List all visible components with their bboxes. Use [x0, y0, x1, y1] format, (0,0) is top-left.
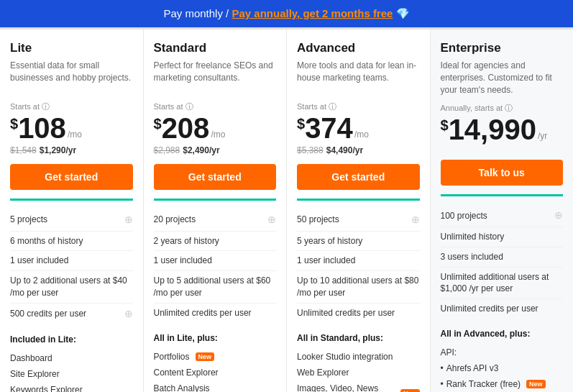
- feature-item: Unlimited credits per user: [297, 304, 420, 323]
- plan-lite-amount: 108: [18, 114, 66, 142]
- plan-standard-amount: 208: [162, 114, 210, 142]
- feature-item: 500 credits per user⊕: [10, 304, 133, 325]
- plan-enterprise-section-title: All in Advanced, plus:: [441, 329, 564, 339]
- plan-enterprise: EnterpriseIdeal for agencies and enterpr…: [431, 29, 574, 392]
- plan-standard-desc: Perfect for freelance SEOs and marketing…: [154, 60, 277, 94]
- plan-lite-annual: $1,548$1,290/yr: [10, 145, 133, 155]
- plan-enterprise-currency: $: [441, 118, 449, 132]
- included-item: Dashboard: [10, 350, 133, 366]
- feature-item: 5 years of history: [297, 232, 420, 252]
- plan-advanced-annual: $5,388$4,490/yr: [297, 145, 420, 155]
- included-item: Batch Analysis: [154, 380, 277, 392]
- included-item: Images, Video, News search volumeNew: [297, 380, 420, 392]
- plan-standard-starts-at: Starts at ⓘ: [154, 101, 277, 112]
- plan-standard-price-row: $208/mo: [154, 114, 277, 142]
- plan-advanced-features: 50 projects⊕5 years of history1 user inc…: [297, 209, 420, 323]
- included-item: Content Explorer: [154, 365, 277, 380]
- plan-advanced-price-row: $374/mo: [297, 114, 420, 142]
- plan-advanced-included: Looker Studio integrationWeb ExplorerIma…: [297, 349, 420, 392]
- plan-advanced-desc: More tools and data for lean in-house ma…: [297, 60, 420, 94]
- included-item: Rank Tracker (free)New: [441, 376, 564, 392]
- feature-item: Up to 10 additional users at $80 /mo per…: [297, 271, 420, 304]
- plan-standard-period: /mo: [211, 129, 225, 140]
- new-badge: New: [526, 380, 546, 388]
- plan-enterprise-included: API:Ahrefs API v3Rank Tracker (free)NewW…: [441, 345, 564, 392]
- plan-lite-section-title: Included in Lite:: [10, 334, 133, 345]
- plans-container: LiteEssential data for small businesses …: [0, 27, 573, 392]
- feature-item: 1 user included: [154, 251, 277, 271]
- feature-item: 6 months of history: [10, 232, 133, 252]
- plan-enterprise-starts-at: Annually, starts at ⓘ: [441, 103, 564, 114]
- plan-enterprise-amount: 14,990: [449, 115, 536, 144]
- feature-item: Unlimited credits per user: [441, 299, 564, 319]
- info-icon[interactable]: ⊕: [267, 213, 276, 227]
- included-item: Web Explorer: [297, 365, 420, 380]
- plan-advanced-amount: 374: [305, 114, 353, 142]
- plan-lite-desc: Essential data for small businesses and …: [10, 60, 133, 94]
- plan-lite-price-row: $108/mo: [10, 114, 133, 142]
- info-icon[interactable]: ⊕: [124, 213, 133, 227]
- plan-standard-cta-button[interactable]: Get started: [154, 164, 277, 190]
- plan-lite-starts-at: Starts at ⓘ: [10, 101, 133, 112]
- banner-text-before: Pay monthly /: [163, 7, 232, 19]
- feature-item: 2 years of history: [154, 232, 277, 252]
- included-item: Site Explorer: [10, 366, 133, 382]
- plan-lite-currency: $: [10, 117, 18, 131]
- feature-item: 1 user included: [297, 251, 420, 271]
- plan-lite-name: Lite: [10, 41, 133, 55]
- plan-advanced-starts-at: Starts at ⓘ: [297, 101, 420, 112]
- included-item: PortfoliosNew: [154, 349, 277, 365]
- banner-link[interactable]: Pay annually, get 2 months free: [232, 7, 393, 19]
- top-banner: Pay monthly / Pay annually, get 2 months…: [0, 0, 573, 27]
- plan-standard-name: Standard: [154, 41, 277, 55]
- plan-advanced-divider: [297, 199, 420, 201]
- plan-standard-included: PortfoliosNewContent ExplorerBatch Analy…: [154, 349, 277, 392]
- feature-item: 20 projects⊕: [154, 209, 277, 232]
- plan-standard-features: 20 projects⊕2 years of history1 user inc…: [154, 209, 277, 323]
- plan-enterprise-price-row: $14,990/yr: [441, 115, 564, 144]
- plan-standard-divider: [154, 199, 277, 201]
- info-icon[interactable]: ⊕: [124, 307, 133, 322]
- plan-enterprise-desc: Ideal for agencies and enterprises. Cust…: [441, 60, 564, 96]
- included-item: Ahrefs API v3: [441, 360, 564, 376]
- plan-lite-included: DashboardSite ExplorerKeywords ExplorerS…: [10, 350, 133, 392]
- plan-advanced-section-title: All in Standard, plus:: [297, 333, 420, 343]
- new-badge: New: [196, 352, 215, 361]
- feature-item: Up to 2 additional users at $40 /mo per …: [10, 271, 133, 304]
- plan-enterprise-divider: [441, 194, 564, 196]
- feature-item: Unlimited credits per user: [154, 304, 277, 323]
- feature-item: 50 projects⊕: [297, 209, 420, 232]
- plan-enterprise-period: /yr: [538, 131, 547, 141]
- feature-item: 1 user included: [10, 251, 133, 271]
- feature-item: 5 projects⊕: [10, 209, 133, 232]
- plan-lite: LiteEssential data for small businesses …: [0, 29, 144, 392]
- plan-enterprise-name: Enterprise: [441, 41, 564, 55]
- plan-enterprise-cta-button[interactable]: Talk to us: [441, 160, 564, 186]
- plan-standard-annual: $2,988$2,490/yr: [154, 145, 277, 155]
- plan-advanced-currency: $: [297, 117, 305, 131]
- included-item: Looker Studio integration: [297, 349, 420, 365]
- info-icon[interactable]: ⊕: [411, 213, 420, 227]
- new-badge: New: [400, 389, 420, 392]
- plan-advanced: AdvancedMore tools and data for lean in-…: [287, 29, 431, 392]
- feature-item: Unlimited additional users at $1,000 /yr…: [441, 268, 564, 300]
- plan-enterprise-features: 100 projects⊕Unlimited history3 users in…: [441, 205, 564, 319]
- included-item: Keywords Explorer: [10, 382, 133, 392]
- plan-standard-currency: $: [154, 117, 162, 131]
- plan-lite-divider: [10, 199, 133, 201]
- plan-standard: StandardPerfect for freelance SEOs and m…: [144, 29, 288, 392]
- plan-advanced-period: /mo: [354, 129, 369, 140]
- plan-advanced-cta-button[interactable]: Get started: [297, 164, 420, 190]
- plan-standard-section-title: All in Lite, plus:: [154, 333, 277, 343]
- plan-advanced-name: Advanced: [297, 41, 420, 55]
- plan-lite-cta-button[interactable]: Get started: [10, 164, 133, 190]
- plan-lite-features: 5 projects⊕6 months of history1 user inc…: [10, 209, 133, 324]
- feature-item: Unlimited history: [441, 227, 564, 247]
- feature-item: 3 users included: [441, 247, 564, 268]
- plan-lite-period: /mo: [68, 129, 82, 140]
- banner-icon: 💎: [396, 7, 410, 19]
- feature-item: Up to 5 additional users at $60 /mo per …: [154, 271, 277, 304]
- feature-item: 100 projects⊕: [441, 205, 564, 227]
- info-icon[interactable]: ⊕: [554, 209, 563, 223]
- included-item: API:: [441, 345, 564, 360]
